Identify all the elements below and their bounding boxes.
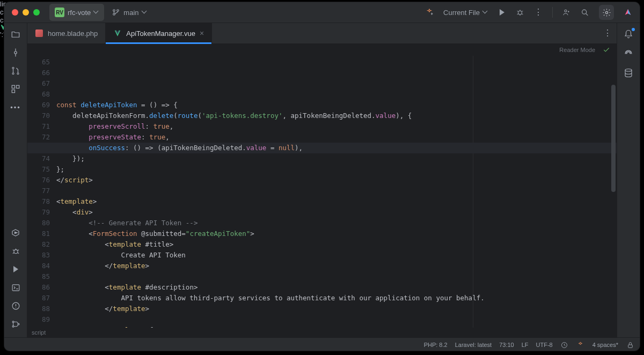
tab-label: ApiTokenManager.vue — [126, 29, 195, 38]
commit-tool-icon[interactable] — [8, 45, 24, 61]
svg-rect-17 — [12, 284, 19, 290]
pull-request-tool-icon[interactable] — [8, 63, 24, 79]
svg-point-10 — [17, 73, 19, 75]
vcs-tool-icon[interactable] — [8, 316, 24, 332]
branch-selector[interactable]: main — [112, 8, 147, 17]
terminal-tool-icon[interactable] — [8, 279, 24, 295]
more-icon[interactable]: ⋮ — [534, 8, 543, 17]
window-controls — [12, 9, 40, 16]
titlebar-actions: Current File ⋮ — [425, 5, 632, 20]
file-icon — [35, 29, 43, 38]
run-tool-icon[interactable] — [8, 261, 24, 277]
line-separator[interactable]: LF — [522, 342, 529, 348]
svg-point-8 — [12, 67, 14, 69]
project-icon: RV — [55, 8, 64, 17]
svg-point-19 — [12, 321, 14, 322]
svg-point-4 — [565, 10, 567, 12]
database-tool-icon[interactable] — [620, 65, 636, 81]
svg-point-7 — [14, 51, 17, 54]
branch-name: main — [123, 9, 138, 17]
svg-point-3 — [518, 11, 522, 14]
svg-point-9 — [12, 73, 14, 75]
inspection-ok-icon[interactable] — [603, 46, 610, 54]
status-bar: PHP: 8.2 Laravel: latest 73:10 LF UTF-8 … — [4, 337, 640, 351]
chevron-down-icon — [142, 10, 147, 15]
chevron-down-icon — [94, 10, 99, 15]
svg-point-20 — [12, 326, 14, 327]
line-gutter[interactable]: 6566676869707172737475767778798081828384… — [27, 56, 56, 328]
code-content[interactable]: const deleteApiToken = () => { deleteApi… — [56, 56, 617, 328]
structure-tool-icon[interactable] — [8, 81, 24, 97]
code-with-me-icon[interactable] — [562, 8, 571, 17]
close-tab-icon[interactable]: × — [200, 29, 204, 38]
svg-point-21 — [18, 323, 19, 325]
main-body: ••• home.blade.ph — [4, 23, 640, 337]
more-tools-icon[interactable]: ••• — [8, 99, 24, 115]
svg-rect-12 — [17, 85, 19, 88]
project-tool-icon[interactable] — [8, 26, 24, 42]
left-toolbar: ••• — [4, 23, 27, 337]
php-version[interactable]: PHP: 8.2 — [424, 342, 448, 348]
minimize-window-icon[interactable] — [23, 9, 29, 16]
copilot-icon[interactable] — [624, 8, 632, 17]
file-encoding[interactable]: UTF-8 — [536, 342, 553, 348]
reader-mode-label[interactable]: Reader Mode — [559, 47, 595, 53]
chevron-down-icon — [483, 10, 488, 15]
search-icon[interactable] — [581, 8, 589, 17]
editor-area: home.blade.phpApiTokenManager.vue× ⋮ Rea… — [27, 23, 617, 337]
project-name: rfc-vote — [68, 9, 91, 17]
titlebar: RV rfc-vote main Current File ⋮ — [4, 2, 640, 23]
tab-label: home.blade.php — [48, 29, 98, 38]
ai-status-icon[interactable] — [576, 341, 585, 349]
svg-marker-15 — [15, 232, 18, 234]
debug-tool-icon[interactable] — [8, 243, 24, 259]
branch-icon — [112, 8, 120, 17]
indent-setting[interactable]: 4 spaces* — [592, 342, 618, 348]
run-icon[interactable] — [497, 8, 506, 17]
notifications-icon[interactable] — [620, 26, 636, 42]
editor-info-row: Reader Mode — [27, 44, 617, 56]
file-icon — [113, 29, 122, 38]
maximize-window-icon[interactable] — [33, 9, 40, 16]
editor-tab[interactable]: home.blade.php — [27, 23, 106, 43]
svg-point-16 — [13, 249, 17, 253]
reader-mode-status-icon[interactable] — [560, 341, 569, 349]
services-tool-icon[interactable] — [8, 225, 24, 241]
svg-point-5 — [582, 10, 587, 14]
tabs-more-icon[interactable]: ⋮ — [598, 23, 617, 43]
run-config-selector[interactable]: Current File — [443, 9, 488, 17]
status-right: PHP: 8.2 Laravel: latest 73:10 LF UTF-8 … — [424, 341, 634, 349]
svg-rect-13 — [12, 90, 14, 93]
code-editor[interactable]: 6566676869707172737475767778798081828384… — [27, 56, 617, 328]
debug-icon[interactable] — [516, 8, 524, 17]
laravel-version[interactable]: Laravel: latest — [455, 342, 492, 348]
editor-breadcrumb[interactable]: script — [27, 328, 617, 337]
problems-tool-icon[interactable] — [8, 298, 24, 314]
svg-rect-24 — [628, 344, 632, 347]
svg-point-22 — [625, 69, 632, 72]
editor-tabs: home.blade.phpApiTokenManager.vue× ⋮ — [27, 23, 617, 44]
app-window: RV rfc-vote main Current File ⋮ — [4, 2, 640, 351]
settings-icon[interactable] — [599, 5, 614, 20]
editor-tab[interactable]: ApiTokenManager.vue× — [106, 23, 212, 43]
ai-suggest-icon[interactable] — [425, 8, 434, 17]
project-selector[interactable]: RV rfc-vote — [49, 4, 104, 21]
lock-icon[interactable] — [626, 341, 634, 349]
svg-point-6 — [605, 11, 608, 13]
close-window-icon[interactable] — [12, 9, 18, 16]
run-config-label: Current File — [443, 9, 480, 17]
caret-position[interactable]: 73:10 — [499, 342, 514, 348]
right-toolbar — [617, 23, 640, 337]
svg-rect-11 — [12, 85, 14, 88]
ai-assistant-icon[interactable] — [620, 46, 636, 62]
